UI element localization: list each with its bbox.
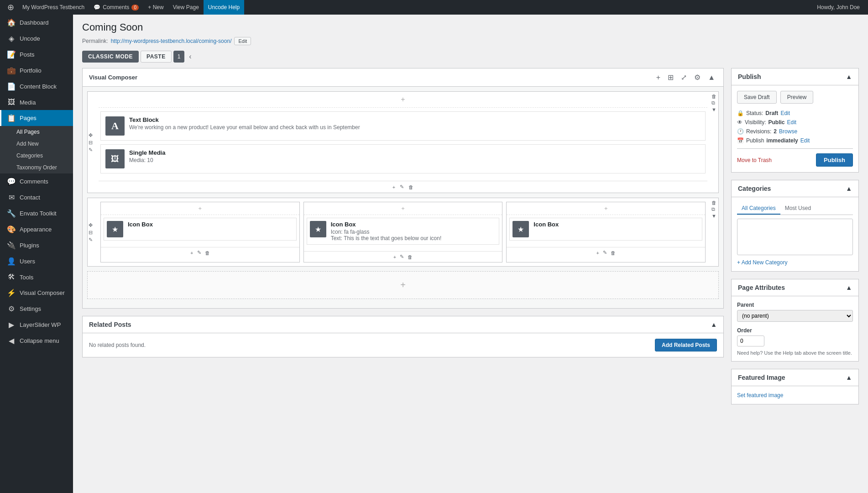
editor-area: Visual Composer + ⊞ ⤢ ⚙ ▲ (82, 68, 724, 412)
add-related-posts-button[interactable]: Add Related Posts (655, 339, 717, 351)
sidebar-subitem-taxonomy-order[interactable]: Taxonomy Order (0, 162, 73, 173)
view-page-link[interactable]: View Page (168, 0, 204, 15)
sidebar-item-contact[interactable]: ✉ Contact (0, 189, 73, 205)
col3-add[interactable]: + (596, 250, 599, 256)
sidebar-subitem-all-pages[interactable]: All Pages (0, 126, 73, 138)
sidebar-item-settings[interactable]: ⚙ Settings (0, 301, 73, 317)
permalink-edit-button[interactable]: Edit (234, 37, 251, 45)
wp-logo[interactable]: ⊕ (4, 0, 18, 15)
row1-top-add-button[interactable]: + (399, 94, 407, 105)
sidebar-subitem-categories[interactable]: Categories (0, 150, 73, 162)
row1-bottom-edit[interactable]: ✎ (400, 184, 404, 190)
col1-bottom-bar: + ✎ 🗑 (101, 247, 299, 258)
sidebar-item-media[interactable]: 🖼 Media (0, 94, 73, 110)
portfolio-icon: 💼 (7, 66, 16, 75)
row1-copy-icon[interactable]: ⧉ (711, 100, 716, 106)
new-link[interactable]: + New (143, 0, 168, 15)
col3-delete[interactable]: 🗑 (611, 250, 616, 256)
publish-button[interactable]: Publish (816, 153, 853, 167)
sidebar-item-posts[interactable]: 📝 Posts (0, 47, 73, 63)
status-edit-link[interactable]: Edit (780, 110, 790, 116)
tab-most-used[interactable]: Most Used (780, 203, 816, 215)
sidebar-item-layerslider[interactable]: ▶ LayerSlider WP (0, 317, 73, 333)
col2-icon-box-info: Icon Box Icon: fa fa-glassText: This is … (331, 221, 497, 241)
sidebar-item-dashboard[interactable]: 🏠 Dashboard (0, 15, 73, 31)
classic-mode-button[interactable]: CLASSIC MODE (82, 51, 139, 63)
sidebar-item-users[interactable]: 👤 Users (0, 253, 73, 269)
col2-top-add-button[interactable]: + (399, 204, 407, 213)
row1-move-handle[interactable]: ✥ (89, 132, 93, 138)
categories-panel-header[interactable]: Categories ▲ (732, 180, 858, 197)
add-new-category-link[interactable]: + Add New Category (737, 259, 787, 266)
sidebar-item-comments[interactable]: 💬 Comments (0, 173, 73, 189)
row1-delete-icon[interactable]: 🗑 (711, 94, 716, 99)
publish-edit-link[interactable]: Edit (800, 137, 810, 144)
vc-grid-button[interactable]: ⊞ (666, 72, 675, 83)
featured-image-header[interactable]: Featured Image ▲ (732, 369, 858, 386)
categories-list[interactable] (737, 219, 853, 255)
row2-grid-icon[interactable]: ⊟ (89, 229, 93, 235)
vc-add-button[interactable]: + (654, 73, 662, 83)
sidebar-item-plugins[interactable]: 🔌 Plugins (0, 237, 73, 253)
row1-bottom-delete[interactable]: 🗑 (408, 184, 413, 190)
row2-move-handle[interactable]: ✥ (89, 222, 93, 228)
row1-down-icon[interactable]: ▼ (711, 107, 716, 112)
permalink-url[interactable]: http://my-wordpress-testbench.local/comi… (111, 38, 232, 44)
vc-collapse-button[interactable]: ▲ (706, 73, 717, 83)
row1-blocks: A Text Block We're working on a new prod… (88, 108, 718, 181)
col3-edit[interactable]: ✎ (603, 250, 607, 256)
empty-row-add-button[interactable]: + (398, 279, 408, 291)
number-button[interactable]: 1 (173, 51, 185, 63)
revisions-browse-link[interactable]: Browse (779, 128, 797, 135)
visibility-edit-link[interactable]: Edit (787, 119, 796, 126)
set-featured-image-link[interactable]: Set featured image (737, 392, 783, 399)
row1-grid-icon[interactable]: ⊟ (89, 139, 93, 145)
site-name[interactable]: My WordPress Testbench (18, 0, 89, 15)
row1-edit-icon[interactable]: ✎ (89, 147, 93, 152)
sidebar-item-tools[interactable]: 🛠 Tools (0, 269, 73, 285)
col2-delete[interactable]: 🗑 (408, 254, 413, 260)
row2-edit-icon[interactable]: ✎ (89, 236, 93, 242)
comments-count: 0 (131, 5, 139, 10)
move-to-trash-link[interactable]: Move to Trash (737, 157, 772, 163)
col1-top-add-button[interactable]: + (197, 204, 204, 213)
revisions-value: 2 (774, 128, 777, 135)
uncode-help-link[interactable]: Uncode Help (204, 0, 244, 15)
save-draft-button[interactable]: Save Draft (737, 91, 777, 104)
sidebar-item-pages[interactable]: 📋 Pages (0, 110, 73, 126)
order-input[interactable] (737, 336, 764, 346)
col3-top-add-button[interactable]: + (602, 204, 610, 213)
parent-select[interactable]: (no parent) (737, 310, 853, 322)
comments-link[interactable]: 💬 Comments 0 (89, 0, 143, 15)
publish-panel-header[interactable]: Publish ▲ (732, 68, 858, 85)
publish-footer: Move to Trash Publish (737, 153, 853, 167)
col1-edit[interactable]: ✎ (197, 250, 201, 256)
sidebar-item-appearance[interactable]: 🎨 Appearance (0, 221, 73, 237)
sidebar-item-envato-toolkit[interactable]: 🔧 Envato Toolkit (0, 205, 73, 221)
back-arrow[interactable]: ‹ (186, 51, 194, 62)
page-attributes-header[interactable]: Page Attributes ▲ (732, 279, 858, 296)
sidebar-item-visual-composer[interactable]: ⚡ Visual Composer (0, 285, 73, 301)
col2-edit[interactable]: ✎ (400, 254, 404, 260)
preview-button[interactable]: Preview (780, 91, 814, 104)
vc-gear-button[interactable]: ⚙ (692, 72, 702, 83)
col2-add[interactable]: + (393, 254, 396, 260)
sidebar-subitem-add-new[interactable]: Add New (0, 138, 73, 150)
vc-expand-button[interactable]: ⤢ (679, 72, 689, 83)
sidebar-item-content-block[interactable]: 📄 Content Block (0, 79, 73, 94)
col1-add[interactable]: + (190, 250, 193, 256)
row2-delete-icon[interactable]: 🗑 (711, 200, 716, 205)
no-related-label: No related posts found. (89, 342, 146, 348)
sidebar-item-uncode[interactable]: ◈ Uncode (0, 31, 73, 47)
page-attributes-panel: Page Attributes ▲ Parent (no parent) Ord… (731, 279, 859, 362)
col1-delete[interactable]: 🗑 (205, 250, 210, 256)
collapse-menu[interactable]: ◀ Collapse menu (0, 333, 73, 349)
related-posts-header[interactable]: Related Posts ▲ (83, 316, 723, 333)
row2-copy-icon[interactable]: ⧉ (711, 206, 716, 212)
row1-bottom-add[interactable]: + (392, 184, 395, 190)
content-layout: Visual Composer + ⊞ ⤢ ⚙ ▲ (82, 68, 859, 412)
tab-all-categories[interactable]: All Categories (737, 203, 780, 215)
sidebar-item-portfolio[interactable]: 💼 Portfolio (0, 63, 73, 79)
row2-down-icon[interactable]: ▼ (711, 213, 716, 219)
paste-button[interactable]: PASTE (141, 51, 172, 63)
